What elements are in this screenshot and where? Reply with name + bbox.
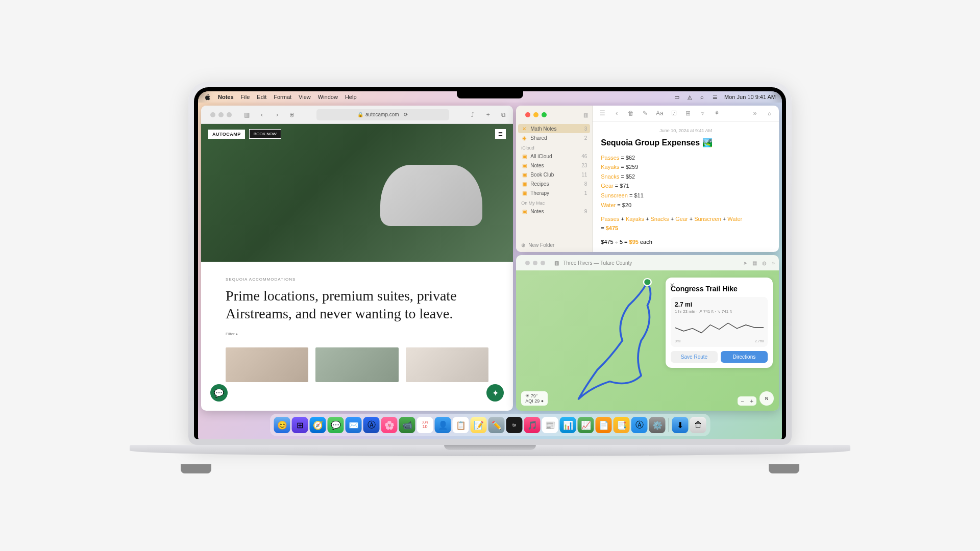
sidebar-item-shared[interactable]: ◉ Shared 2 <box>516 133 592 142</box>
save-route-button[interactable]: Save Route <box>671 351 718 363</box>
sidebar-item-notes[interactable]: ▣Notes23 <box>516 161 592 170</box>
wifi-icon[interactable]: ◬ <box>686 94 693 101</box>
dock-launchpad-icon[interactable]: ⊞ <box>292 417 308 433</box>
trash-icon[interactable]: 🗑 <box>626 110 635 117</box>
menu-window[interactable]: Window <box>318 94 338 100</box>
map-canvas[interactable]: ✕ Congress Trail Hike 2.7 mi 1 hr 23 min… <box>516 270 779 411</box>
battery-icon[interactable]: ▭ <box>673 94 680 101</box>
directions-button[interactable]: Directions <box>721 351 768 363</box>
search-icon[interactable]: ⌕ <box>765 110 774 117</box>
dock-mail-icon[interactable]: ✉️ <box>346 417 362 433</box>
dock-pages2-icon[interactable]: 📑 <box>614 417 630 433</box>
sidebar-toggle-icon[interactable]: ▥ <box>583 112 588 118</box>
maps-traffic-lights[interactable] <box>520 257 550 269</box>
dock-notes-icon[interactable]: 📝 <box>471 417 487 433</box>
elevation-chart <box>675 317 764 338</box>
dock-calendar-icon[interactable]: JUN10 <box>417 417 433 433</box>
dock-facetime-icon[interactable]: 📹 <box>399 417 415 433</box>
sidebar-item-all-icloud[interactable]: ▣All iCloud46 <box>516 152 592 161</box>
chat-fab-icon[interactable]: 💬 <box>210 384 228 402</box>
dock-contacts-icon[interactable]: 👤 <box>435 417 451 433</box>
note-expense-line: Gear = $71 <box>601 182 771 191</box>
hike-card: ✕ Congress Trail Hike 2.7 mi 1 hr 23 min… <box>666 278 773 368</box>
control-center-icon[interactable]: ☰ <box>712 94 718 101</box>
safari-back-button[interactable]: ‹ <box>256 109 267 120</box>
menu-format[interactable]: Format <box>274 94 291 100</box>
compass[interactable]: N <box>760 391 774 406</box>
accommodation-thumb[interactable] <box>315 347 398 382</box>
menu-view[interactable]: View <box>299 94 311 100</box>
link-icon[interactable]: ⚘ <box>712 110 721 117</box>
folder-icon: ▣ <box>521 153 527 159</box>
close-icon[interactable]: ✕ <box>670 282 675 289</box>
dock-trash-icon[interactable]: 🗑 <box>690 417 706 433</box>
list-view-icon[interactable]: ☰ <box>598 110 607 117</box>
dock-pages-icon[interactable]: 📄 <box>596 417 612 433</box>
maps-location-icon[interactable]: ➤ <box>743 260 747 266</box>
dock-keynote-icon[interactable]: 📊 <box>560 417 576 433</box>
compose-icon[interactable]: ✎ <box>641 110 650 117</box>
weather-badge[interactable]: ☀ 79° AQI 29 ● <box>521 391 548 406</box>
dock-reminders-icon[interactable]: 📋 <box>453 417 469 433</box>
autocamp-logo[interactable]: AUTOCAMP <box>208 130 245 139</box>
menubar-datetime[interactable]: Mon Jun 10 9:41 AM <box>724 94 776 100</box>
menu-help[interactable]: Help <box>345 94 357 100</box>
accessibility-fab-icon[interactable]: ✦ <box>486 384 504 402</box>
safari-address-bar[interactable]: 🔒 autocamp.com ⟳ <box>316 109 449 120</box>
menu-file[interactable]: File <box>241 94 250 100</box>
zoom-out-icon[interactable]: − <box>738 396 747 406</box>
book-now-button[interactable]: BOOK NOW <box>249 129 281 139</box>
menubar-app-name[interactable]: Notes <box>218 94 234 100</box>
filter-control[interactable]: Filter ▸ <box>226 332 488 336</box>
division-suffix: each <box>639 239 652 245</box>
safari-shield-icon[interactable]: ⛨ <box>287 109 298 120</box>
safari-forward-button[interactable]: › <box>272 109 283 120</box>
dock-photos-icon[interactable]: 🌸 <box>381 417 398 433</box>
accommodation-thumb[interactable] <box>226 347 308 382</box>
new-folder-label: New Folder <box>528 242 554 248</box>
checklist-icon[interactable]: ☑ <box>669 110 678 117</box>
dock-appstore-icon[interactable]: Ⓐ <box>363 417 380 433</box>
note-editor[interactable]: June 10, 2024 at 9:41 AM Sequoia Group E… <box>593 122 779 252</box>
notes-traffic-lights[interactable] <box>520 108 552 121</box>
sidebar-item-onmymac-notes[interactable]: ▣Notes9 <box>516 207 592 216</box>
safari-tabs-button[interactable]: ⧉ <box>498 109 509 120</box>
hamburger-menu-icon[interactable]: ☰ <box>495 129 506 139</box>
safari-share-button[interactable]: ⤴ <box>467 109 478 120</box>
spotlight-icon[interactable]: ⌕ <box>699 94 705 101</box>
sidebar-item-math-notes[interactable]: ✕ Math Notes 3 <box>518 124 590 133</box>
maps-layers-icon[interactable]: ▦ <box>752 260 757 266</box>
zoom-in-icon[interactable]: + <box>747 396 756 406</box>
dock-numbers-icon[interactable]: 📈 <box>578 417 594 433</box>
dock-freeform-icon[interactable]: ✏️ <box>488 417 505 433</box>
dock-finder-icon[interactable]: 😊 <box>274 417 290 433</box>
safari-sidebar-toggle[interactable]: ▥ <box>241 109 252 120</box>
dock-messages-icon[interactable]: 💬 <box>328 417 344 433</box>
accommodation-thumb[interactable] <box>406 347 488 382</box>
back-icon[interactable]: ‹ <box>612 110 621 117</box>
text-format-icon[interactable]: Aa <box>655 110 664 117</box>
more-icon[interactable]: » <box>750 110 760 117</box>
table-icon[interactable]: ⊞ <box>683 110 693 117</box>
note-expense-line: Water = $20 <box>601 201 771 210</box>
safari-traffic-lights[interactable] <box>205 108 237 121</box>
dock-news-icon[interactable]: 📰 <box>542 417 558 433</box>
sidebar-item-recipes[interactable]: ▣Recipes8 <box>516 179 592 188</box>
maps-more-icon[interactable]: » <box>772 260 775 266</box>
zoom-control[interactable]: −+ <box>738 396 756 406</box>
safari-newtab-button[interactable]: + <box>482 109 494 120</box>
sidebar-item-therapy[interactable]: ▣Therapy1 <box>516 188 592 197</box>
attachment-icon[interactable]: ⟇ <box>698 110 707 117</box>
dock-downloads-icon[interactable]: ⬇ <box>672 417 689 433</box>
apple-logo-icon[interactable] <box>204 94 211 101</box>
maps-3d-icon[interactable]: ◍ <box>762 260 767 266</box>
dock-safari-icon[interactable]: 🧭 <box>310 417 326 433</box>
dock-appstore2-icon[interactable]: Ⓐ <box>631 417 648 433</box>
new-folder-button[interactable]: ⊕New Folder <box>516 238 592 252</box>
menu-edit[interactable]: Edit <box>257 94 266 100</box>
sidebar-item-book-club[interactable]: ▣Book Club11 <box>516 170 592 179</box>
dock-settings-icon[interactable]: ⚙️ <box>649 417 666 433</box>
dock-tv-icon[interactable]: tv <box>506 417 523 433</box>
maps-sidebar-icon[interactable]: ▥ <box>554 260 559 266</box>
dock-music-icon[interactable]: 🎵 <box>524 417 541 433</box>
